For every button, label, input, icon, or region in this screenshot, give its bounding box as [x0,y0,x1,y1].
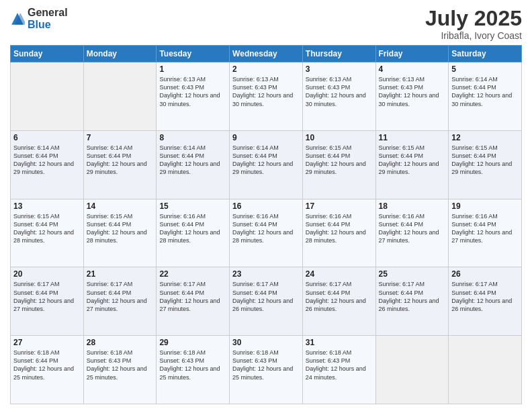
calendar-cell: 5Sunrise: 6:14 AMSunset: 6:44 PMDaylight… [449,62,522,131]
week-row-3: 13Sunrise: 6:15 AMSunset: 6:44 PMDayligh… [11,199,522,267]
calendar-cell [83,62,157,131]
calendar-cell: 4Sunrise: 6:13 AMSunset: 6:43 PMDaylight… [375,62,449,131]
day-detail: Sunrise: 6:18 AMSunset: 6:43 PMDaylight:… [306,349,373,381]
calendar-cell: 27Sunrise: 6:18 AMSunset: 6:44 PMDayligh… [11,336,84,404]
weekday-header-wednesday: Wednesday [230,46,303,62]
calendar-cell: 31Sunrise: 6:18 AMSunset: 6:43 PMDayligh… [302,336,375,404]
day-number: 20 [13,269,81,279]
day-detail: Sunrise: 6:15 AMSunset: 6:44 PMDaylight:… [451,144,519,177]
day-number: 31 [306,338,373,347]
calendar-cell: 9Sunrise: 6:14 AMSunset: 6:44 PMDaylight… [230,130,303,199]
calendar-cell [11,62,84,131]
calendar-cell: 29Sunrise: 6:18 AMSunset: 6:43 PMDayligh… [157,336,230,404]
day-number: 11 [379,133,446,142]
calendar-cell [375,336,449,404]
title-section: July 2025 Iribafla, Ivory Coast [425,7,522,41]
day-number: 4 [379,64,446,74]
day-number: 1 [159,64,226,74]
day-number: 22 [159,269,226,279]
calendar-cell: 13Sunrise: 6:15 AMSunset: 6:44 PMDayligh… [11,199,84,267]
day-number: 14 [87,201,154,211]
day-number: 5 [451,64,519,74]
day-number: 9 [232,133,300,142]
day-number: 12 [451,133,519,142]
week-row-4: 20Sunrise: 6:17 AMSunset: 6:44 PMDayligh… [11,267,522,336]
calendar-cell: 14Sunrise: 6:15 AMSunset: 6:44 PMDayligh… [83,199,157,267]
calendar-cell: 26Sunrise: 6:17 AMSunset: 6:44 PMDayligh… [449,267,522,336]
day-detail: Sunrise: 6:17 AMSunset: 6:44 PMDaylight:… [306,280,373,313]
week-row-5: 27Sunrise: 6:18 AMSunset: 6:44 PMDayligh… [11,336,522,404]
day-detail: Sunrise: 6:14 AMSunset: 6:44 PMDaylight:… [87,144,154,177]
calendar-cell: 28Sunrise: 6:18 AMSunset: 6:43 PMDayligh… [83,336,157,404]
calendar-cell: 12Sunrise: 6:15 AMSunset: 6:44 PMDayligh… [449,130,522,199]
calendar-cell: 18Sunrise: 6:16 AMSunset: 6:44 PMDayligh… [375,199,449,267]
logo-icon [10,11,25,26]
day-number: 18 [379,201,446,211]
day-detail: Sunrise: 6:18 AMSunset: 6:43 PMDaylight:… [87,349,154,381]
header: General Blue July 2025 Iribafla, Ivory C… [10,7,522,41]
day-detail: Sunrise: 6:16 AMSunset: 6:44 PMDaylight:… [306,212,373,245]
calendar-cell: 23Sunrise: 6:17 AMSunset: 6:44 PMDayligh… [230,267,303,336]
calendar-cell: 6Sunrise: 6:14 AMSunset: 6:44 PMDaylight… [11,130,84,199]
day-detail: Sunrise: 6:17 AMSunset: 6:44 PMDaylight:… [87,280,154,313]
calendar-cell: 19Sunrise: 6:16 AMSunset: 6:44 PMDayligh… [449,199,522,267]
day-number: 15 [159,201,226,211]
day-number: 2 [232,64,300,74]
day-number: 24 [306,269,373,279]
logo-general: General [28,7,68,18]
day-detail: Sunrise: 6:18 AMSunset: 6:43 PMDaylight:… [159,349,226,381]
calendar-cell: 3Sunrise: 6:13 AMSunset: 6:43 PMDaylight… [302,62,375,131]
week-row-2: 6Sunrise: 6:14 AMSunset: 6:44 PMDaylight… [11,130,522,199]
day-detail: Sunrise: 6:17 AMSunset: 6:44 PMDaylight:… [159,280,226,313]
page: General Blue July 2025 Iribafla, Ivory C… [0,0,532,411]
calendar-cell: 15Sunrise: 6:16 AMSunset: 6:44 PMDayligh… [157,199,230,267]
month-title: July 2025 [425,7,522,30]
day-number: 27 [13,338,81,347]
calendar-cell: 2Sunrise: 6:13 AMSunset: 6:43 PMDaylight… [230,62,303,131]
day-number: 13 [13,201,81,211]
calendar-cell: 20Sunrise: 6:17 AMSunset: 6:44 PMDayligh… [11,267,84,336]
calendar-cell: 25Sunrise: 6:17 AMSunset: 6:44 PMDayligh… [375,267,449,336]
day-detail: Sunrise: 6:16 AMSunset: 6:44 PMDaylight:… [159,212,226,245]
calendar-cell [449,336,522,404]
day-detail: Sunrise: 6:15 AMSunset: 6:44 PMDaylight:… [379,144,446,177]
day-detail: Sunrise: 6:17 AMSunset: 6:44 PMDaylight:… [232,280,300,313]
calendar-cell: 11Sunrise: 6:15 AMSunset: 6:44 PMDayligh… [375,130,449,199]
day-detail: Sunrise: 6:15 AMSunset: 6:44 PMDaylight:… [87,212,154,245]
calendar-cell: 8Sunrise: 6:14 AMSunset: 6:44 PMDaylight… [157,130,230,199]
day-detail: Sunrise: 6:13 AMSunset: 6:43 PMDaylight:… [379,75,446,108]
calendar-cell: 1Sunrise: 6:13 AMSunset: 6:43 PMDaylight… [157,62,230,131]
calendar-cell: 22Sunrise: 6:17 AMSunset: 6:44 PMDayligh… [157,267,230,336]
calendar-cell: 21Sunrise: 6:17 AMSunset: 6:44 PMDayligh… [83,267,157,336]
calendar-cell: 30Sunrise: 6:18 AMSunset: 6:43 PMDayligh… [230,336,303,404]
day-number: 3 [306,64,373,74]
calendar-cell: 17Sunrise: 6:16 AMSunset: 6:44 PMDayligh… [302,199,375,267]
day-number: 16 [232,201,300,211]
day-detail: Sunrise: 6:14 AMSunset: 6:44 PMDaylight:… [232,144,300,177]
day-number: 19 [451,201,519,211]
weekday-header-monday: Monday [83,46,157,62]
day-number: 6 [13,133,81,142]
day-detail: Sunrise: 6:17 AMSunset: 6:44 PMDaylight:… [379,280,446,313]
weekday-header-sunday: Sunday [11,46,84,62]
day-detail: Sunrise: 6:18 AMSunset: 6:43 PMDaylight:… [232,349,300,381]
calendar-cell: 24Sunrise: 6:17 AMSunset: 6:44 PMDayligh… [302,267,375,336]
day-detail: Sunrise: 6:17 AMSunset: 6:44 PMDaylight:… [451,280,519,313]
day-detail: Sunrise: 6:17 AMSunset: 6:44 PMDaylight:… [13,280,81,313]
calendar-cell: 10Sunrise: 6:15 AMSunset: 6:44 PMDayligh… [302,130,375,199]
day-number: 29 [159,338,226,347]
day-detail: Sunrise: 6:13 AMSunset: 6:43 PMDaylight:… [232,75,300,108]
day-number: 7 [87,133,154,142]
day-number: 30 [232,338,300,347]
day-detail: Sunrise: 6:14 AMSunset: 6:44 PMDaylight:… [159,144,226,177]
day-number: 28 [87,338,154,347]
day-detail: Sunrise: 6:18 AMSunset: 6:44 PMDaylight:… [13,349,81,381]
day-detail: Sunrise: 6:15 AMSunset: 6:44 PMDaylight:… [306,144,373,177]
day-detail: Sunrise: 6:13 AMSunset: 6:43 PMDaylight:… [306,75,373,108]
weekday-header-thursday: Thursday [302,46,375,62]
day-number: 10 [306,133,373,142]
day-number: 8 [159,133,226,142]
weekday-header-tuesday: Tuesday [157,46,230,62]
day-detail: Sunrise: 6:14 AMSunset: 6:44 PMDaylight:… [451,75,519,108]
logo: General Blue [10,7,68,31]
